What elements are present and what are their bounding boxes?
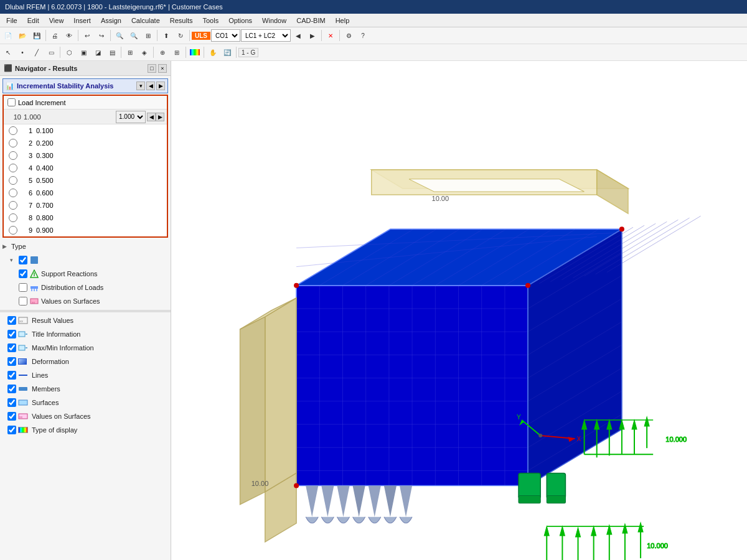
- increment-item-8[interactable]: 8 0.800: [4, 212, 167, 224]
- mesh-btn[interactable]: ⊞: [123, 45, 137, 59]
- increment-radio-1[interactable]: [9, 126, 17, 135]
- increment-item-3[interactable]: 3 0.300: [4, 149, 167, 162]
- cursor-btn[interactable]: ↖: [1, 45, 15, 59]
- side-view-btn[interactable]: ◪: [91, 45, 105, 59]
- members-item[interactable]: Members: [0, 382, 171, 396]
- viewport[interactable]: 10.000 10.000: [171, 61, 747, 560]
- open-btn[interactable]: 📂: [16, 29, 29, 42]
- nav-type-row[interactable]: ▶ Type: [0, 240, 171, 253]
- load-increment-dropdown-row[interactable]: 10 1.000 1.000 ◀ ▶: [4, 110, 167, 124]
- title-info-cb[interactable]: [7, 330, 16, 338]
- members-cb[interactable]: [7, 385, 16, 393]
- pan-btn[interactable]: ✋: [206, 45, 220, 59]
- dist-loads-cb[interactable]: [19, 283, 27, 292]
- stability-next-btn[interactable]: ▶: [156, 82, 165, 90]
- values-on-surfaces-item[interactable]: xx Values on Surfaces: [0, 409, 171, 423]
- nav-support-reactions[interactable]: Support Reactions: [0, 267, 171, 281]
- increment-radio-2[interactable]: [9, 139, 17, 147]
- stability-dropdown-btn[interactable]: ▾: [136, 82, 145, 90]
- print-btn[interactable]: 🖨: [48, 29, 62, 42]
- increment-item-6[interactable]: 6 0.600: [4, 187, 167, 199]
- surfaces-cb[interactable]: [7, 398, 16, 407]
- increment-radio-5[interactable]: [9, 176, 17, 185]
- menu-assign[interactable]: Assign: [97, 16, 125, 26]
- increment-radio-8[interactable]: [9, 213, 17, 222]
- result-values-item[interactable]: xx Result Values: [0, 314, 171, 327]
- support-reactions-cb[interactable]: [19, 269, 27, 278]
- lines-item[interactable]: Lines: [0, 368, 171, 382]
- rotate-btn[interactable]: ↻: [174, 29, 187, 42]
- menu-file[interactable]: File: [2, 16, 21, 26]
- stability-prev-btn[interactable]: ◀: [146, 82, 155, 90]
- increment-item-5[interactable]: 5 0.500: [4, 174, 167, 187]
- color-scale-btn[interactable]: [188, 45, 202, 59]
- select-btn[interactable]: ⬆: [159, 29, 173, 42]
- help-btn[interactable]: ?: [356, 29, 370, 42]
- type-display-item[interactable]: Type of display: [0, 423, 171, 437]
- grid-btn[interactable]: ⊞: [170, 45, 184, 59]
- increment-radio-3[interactable]: [9, 151, 17, 160]
- nav-distribution-loads[interactable]: Distribution of Loads: [0, 281, 171, 294]
- surface-btn[interactable]: ▭: [44, 45, 58, 59]
- nav-float-btn[interactable]: □: [148, 64, 156, 73]
- menu-cad-bim[interactable]: CAD-BIM: [293, 16, 329, 26]
- preview-btn[interactable]: 👁: [62, 29, 76, 42]
- incremental-stability-header[interactable]: 📊 Incremental Stability Analysis ▾ ◀ ▶: [2, 78, 168, 93]
- settings-btn[interactable]: ⚙: [342, 29, 355, 42]
- combo-lc[interactable]: LC1 + LC2: [241, 29, 291, 42]
- front-view-btn[interactable]: ▣: [77, 45, 90, 59]
- prev-result-btn[interactable]: ◀: [291, 29, 305, 42]
- line-btn[interactable]: ╱: [30, 45, 44, 59]
- increment-radio-4[interactable]: [9, 164, 17, 172]
- delete-btn[interactable]: ✕: [324, 29, 337, 42]
- redo-btn[interactable]: ↪: [95, 29, 108, 42]
- load-increment-select[interactable]: 1.000: [116, 111, 146, 123]
- orbit-btn[interactable]: 🔄: [220, 45, 234, 59]
- increment-item-9[interactable]: 9 0.900: [4, 224, 167, 236]
- increment-radio-6[interactable]: [9, 189, 17, 197]
- maxmin-info-cb[interactable]: [7, 343, 16, 352]
- nav-checked-group[interactable]: ▾: [0, 253, 171, 267]
- deformation-cb[interactable]: [7, 357, 16, 366]
- increment-radio-7[interactable]: [9, 201, 17, 210]
- increment-item-1[interactable]: 1 0.100: [4, 124, 167, 137]
- nav-close-btn[interactable]: ×: [158, 64, 167, 73]
- render-btn[interactable]: ◈: [138, 45, 151, 59]
- snap-btn[interactable]: ⊕: [156, 45, 169, 59]
- zoom-out-btn[interactable]: 🔍: [127, 29, 141, 42]
- values-on-surfaces-cb[interactable]: [7, 412, 16, 421]
- lines-cb[interactable]: [7, 371, 16, 380]
- combo-co1[interactable]: CO1: [211, 29, 240, 42]
- result-values-cb[interactable]: [7, 316, 16, 325]
- menu-window[interactable]: Window: [258, 16, 290, 26]
- 3d-view-btn[interactable]: ⬡: [62, 45, 76, 59]
- increment-item-2[interactable]: 2 0.200: [4, 137, 167, 149]
- zoom-all-btn[interactable]: ⊞: [141, 29, 155, 42]
- zoom-in-btn[interactable]: 🔍: [113, 29, 126, 42]
- menu-insert[interactable]: Insert: [70, 16, 95, 26]
- li-prev-btn[interactable]: ◀: [147, 113, 156, 121]
- save-btn[interactable]: 💾: [30, 29, 44, 42]
- next-result-btn[interactable]: ▶: [306, 29, 319, 42]
- node-btn[interactable]: •: [16, 45, 29, 59]
- increment-item-4[interactable]: 4 0.400: [4, 162, 167, 174]
- new-btn[interactable]: 📄: [1, 29, 15, 42]
- menu-results[interactable]: Results: [166, 16, 197, 26]
- menu-edit[interactable]: Edit: [24, 16, 43, 26]
- increment-item-7[interactable]: 7 0.700: [4, 199, 167, 212]
- surfaces-item[interactable]: Surfaces: [0, 396, 171, 409]
- menu-tools[interactable]: Tools: [199, 16, 222, 26]
- increment-radio-9[interactable]: [9, 226, 17, 235]
- maxmin-info-item[interactable]: Max/Min Information: [0, 341, 171, 355]
- deformation-item[interactable]: Deformation: [0, 355, 171, 368]
- undo-btn[interactable]: ↩: [80, 29, 94, 42]
- nav-values-surfaces[interactable]: xx Values on Surfaces: [0, 294, 171, 308]
- menu-calculate[interactable]: Calculate: [128, 16, 164, 26]
- type-display-cb[interactable]: [7, 426, 16, 434]
- menu-help[interactable]: Help: [332, 16, 354, 26]
- menu-options[interactable]: Options: [225, 16, 256, 26]
- title-info-item[interactable]: Title Information: [0, 327, 171, 341]
- li-next-btn[interactable]: ▶: [156, 113, 164, 121]
- checked-group-cb[interactable]: [19, 256, 27, 264]
- menu-view[interactable]: View: [45, 16, 68, 26]
